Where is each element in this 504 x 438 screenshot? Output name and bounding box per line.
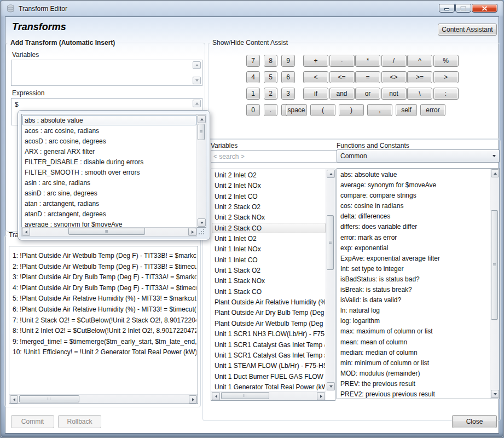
function-item[interactable]: cos: cosine in radians <box>338 200 490 211</box>
transforms-list[interactable]: 1: !Plant Outside Air Wetbulb Temp (Deg … <box>9 246 198 404</box>
keypad-button[interactable]: 8 <box>264 55 277 67</box>
variable-item[interactable]: Unit 1 Stack NOx <box>212 275 326 286</box>
keypad-button[interactable]: : <box>433 88 459 100</box>
maximize-button[interactable] <box>455 4 471 13</box>
scroll-right-button[interactable] <box>189 395 197 404</box>
autocomplete-item[interactable]: FILTER_DISABLE : disable during errors <box>22 157 196 167</box>
keypad-button[interactable]: 0 <box>246 104 260 116</box>
function-item[interactable]: PREV2: previous previous result <box>338 389 490 398</box>
scrollbar-thumb[interactable] <box>491 210 498 320</box>
transform-item[interactable]: 9: !merged_time! = $timemerge($tm_early_… <box>10 336 197 347</box>
scroll-right-button[interactable] <box>188 228 196 236</box>
function-item[interactable]: mean: mean of column <box>338 337 490 347</box>
keypad-button[interactable]: / <box>381 55 407 67</box>
scroll-down-button[interactable] <box>327 382 335 390</box>
keypad-button[interactable]: if <box>303 88 328 100</box>
titlebar[interactable]: Transform Editor <box>1 1 503 16</box>
keypad-button[interactable]: 4 <box>246 71 260 83</box>
variable-item[interactable]: Plant Outside Air Relative Humidity (%) <box>212 297 326 307</box>
keypad-button[interactable]: error <box>420 104 445 116</box>
transform-item[interactable]: 1: !Plant Outside Air Wetbulb Temp (Deg … <box>10 250 197 261</box>
scroll-up-button[interactable] <box>491 169 499 177</box>
keypad-button[interactable]: or <box>355 88 380 100</box>
variable-item[interactable]: Plant Outside Air Dry Bulb Temp (Deg F) <box>212 307 326 318</box>
variable-item[interactable]: Unit 1 Stack O2 <box>212 265 326 275</box>
autocomplete-item[interactable]: atan : arctangent, radians <box>22 198 196 209</box>
autocomplete-item[interactable]: asinD : arc sine, degrees <box>22 188 196 198</box>
keypad-button[interactable]: <= <box>329 71 355 83</box>
scroll-up-button[interactable] <box>198 115 206 123</box>
keypad-button[interactable]: 1 <box>246 88 260 100</box>
transform-item[interactable]: 4: !Plant Outside Air Dry Bulb Temp (Deg… <box>10 283 197 293</box>
keypad-button[interactable]: ) <box>339 104 364 116</box>
function-item[interactable]: log: logarithm <box>338 315 490 326</box>
scrollbar-thumb[interactable] <box>198 124 205 140</box>
rollback-button[interactable]: Rollback <box>58 415 101 428</box>
variables-scroll-up-button[interactable] <box>193 61 201 69</box>
variables-list[interactable]: Unit 2 Inlet O2Unit 2 Inlet NOxUnit 2 In… <box>211 169 335 401</box>
keypad-button[interactable]: and <box>329 88 355 100</box>
scroll-right-button[interactable] <box>317 392 325 400</box>
variable-item[interactable]: Unit 2 Stack O2 <box>212 201 326 212</box>
commit-button[interactable]: Commit <box>11 415 54 428</box>
close-button[interactable]: Close <box>452 415 497 428</box>
scroll-left-button[interactable] <box>212 392 220 400</box>
variable-item[interactable]: Unit 2 Inlet O2 <box>212 170 326 180</box>
scroll-down-button[interactable] <box>198 218 206 227</box>
keypad-button[interactable]: ^ <box>407 55 432 67</box>
keypad-button[interactable]: % <box>433 55 459 67</box>
variable-item[interactable]: Unit 1 Inlet NOx <box>212 244 326 254</box>
transform-item[interactable]: 8: !Unit 2 Inlet O2! = $CutBelow(!Unit 2… <box>10 325 197 336</box>
keypad-button[interactable]: 2 <box>264 88 277 100</box>
keypad-button[interactable]: 5 <box>264 71 277 83</box>
keypad-button[interactable]: space <box>286 104 307 116</box>
variable-item[interactable]: Plant Outside Air Wetbulb Temp (Deg F) <box>212 318 326 328</box>
content-assistant-button[interactable]: Content Assistant <box>438 24 497 36</box>
variables-horizontal-scrollbar[interactable] <box>211 391 326 400</box>
autocomplete-item[interactable]: average : synonym for $moveAve <box>22 219 196 227</box>
function-item[interactable]: ln: natural log <box>338 305 490 315</box>
autocomplete-item[interactable]: FILTER_SMOOTH : smooth over errors <box>22 167 196 177</box>
variable-item[interactable]: Unit 1 Inlet O2 <box>212 233 326 244</box>
scrollbar-thumb[interactable] <box>221 392 269 399</box>
keypad-button[interactable]: + <box>303 55 328 67</box>
transform-item[interactable]: 10: !Unit1 Efficiency! = !Unit 2 Generat… <box>10 347 197 358</box>
resize-grip[interactable] <box>198 228 206 236</box>
function-item[interactable]: differs: does variable differ <box>338 221 490 232</box>
variable-item[interactable]: Unit 1 SCR1 NH3 FLOW(Lb/Hr) - F75-XX <box>212 328 326 339</box>
variable-item[interactable]: Unit 1 SCR1 Catalyst Gas Inlet Temp #2 <box>212 350 326 360</box>
autocomplete-list[interactable]: abs : absolute valueacos : arc cosine, r… <box>21 114 206 228</box>
autocomplete-item[interactable]: acosD : arc cosine, degrees <box>22 136 196 146</box>
keypad-button[interactable]: 9 <box>281 55 295 67</box>
function-item[interactable]: exp: exponential <box>338 243 490 253</box>
variable-item[interactable]: Unit 1 SCR1 Catalyst Gas Inlet Temp #1 <box>212 339 326 350</box>
scrollbar-thumb[interactable] <box>68 228 145 235</box>
expression-scroll-up-button[interactable] <box>193 100 201 107</box>
keypad-button[interactable]: * <box>355 55 380 67</box>
function-item[interactable]: ExpAve: exponential average filter <box>338 253 490 263</box>
minimize-button[interactable] <box>439 4 455 13</box>
function-item[interactable]: Int: set type to integer <box>338 263 490 274</box>
keypad-button[interactable]: < <box>303 71 328 83</box>
function-item[interactable]: average: synonym for $moveAve <box>338 180 490 190</box>
autocomplete-item[interactable]: asin : arc sine, radians <box>22 177 196 188</box>
variable-item[interactable]: Unit 2 Stack NOx <box>212 212 326 222</box>
scroll-left-button[interactable] <box>10 395 18 404</box>
keypad-button[interactable]: = <box>355 71 380 83</box>
function-item[interactable]: isValid: is data valid? <box>338 295 490 305</box>
variable-item[interactable]: Unit 2 Stack CO <box>212 223 326 233</box>
autocomplete-vertical-scrollbar[interactable] <box>196 114 206 227</box>
variables-input[interactable] <box>11 60 202 86</box>
function-item[interactable]: PREV: the previous result <box>338 378 490 389</box>
keypad-button[interactable]: , <box>367 104 392 116</box>
autocomplete-item[interactable]: atanD : arctangent, degrees <box>22 209 196 219</box>
keypad-button[interactable]: >= <box>407 71 432 83</box>
keypad-button[interactable]: not <box>381 88 407 100</box>
close-window-button[interactable] <box>472 4 497 13</box>
variable-item[interactable]: Unit 1 Stack CO <box>212 286 326 297</box>
keypad-button[interactable]: 7 <box>246 55 260 67</box>
autocomplete-horizontal-scrollbar[interactable] <box>21 227 197 237</box>
keypad-button[interactable]: 3 <box>281 88 295 100</box>
function-item[interactable]: isBreak: is status break? <box>338 284 490 295</box>
keypad-button[interactable]: . <box>264 104 277 116</box>
